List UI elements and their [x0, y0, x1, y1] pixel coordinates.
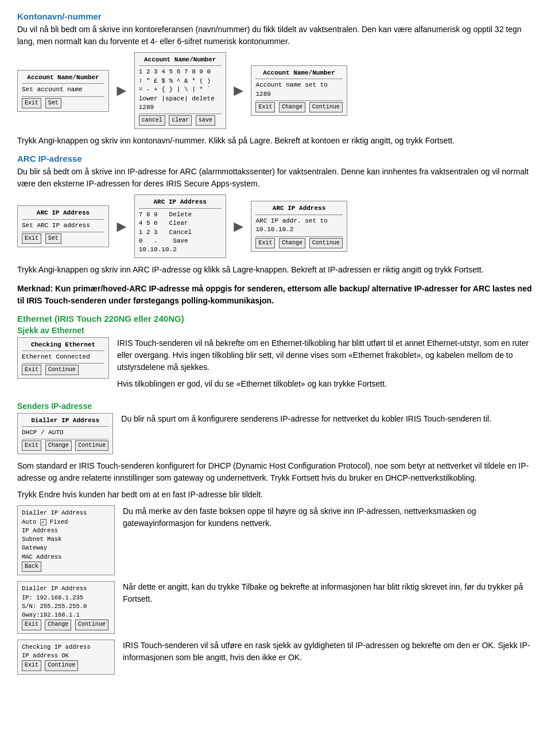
- account-screen-2-title: Account Name/Number: [139, 56, 222, 66]
- account-screen-2-row3: = - + { } | \ | * `: [139, 85, 222, 94]
- heading-ethernet: Ethernet (IRIS Touch 220NG eller 240NG): [17, 314, 534, 324]
- dhcp-para-2: Trykk Endre hvis kunden har bedt om at e…: [17, 489, 534, 501]
- dialler-s1-change: Change: [45, 441, 72, 451]
- arc-s1-exit: Exit: [22, 233, 41, 244]
- dialler-screen-1: Dialler IP Address DHCP / AUTO Exit Chan…: [17, 413, 113, 455]
- arc-screen-3-line2: 10.10.10.2: [255, 225, 342, 234]
- heading-arc-ip: ARC IP-adresse: [17, 154, 534, 163]
- section-merknad: Merknad: Kun primær/hoved-ARC IP-adresse…: [17, 283, 534, 307]
- dialler-screen1-section: Dialler IP Address DHCP / AUTO Exit Chan…: [17, 413, 534, 455]
- dialler-s2-auto-row: Auto ✓ Fixed: [22, 518, 110, 527]
- account-s2-save: save: [196, 115, 215, 126]
- arc-screen-2-row1: 7 8 9 Delete: [139, 211, 222, 219]
- checking-ip-col: Checking IP address IP address OK Exit C…: [17, 640, 115, 675]
- account-s2-clear: clear: [169, 115, 192, 126]
- arc-screen-2-row2: 4 5 6 Clear: [139, 219, 222, 228]
- ethernet-text-2: Hvis tilkoblingen er god, vil du se «Eth…: [117, 378, 534, 390]
- arc-screen-3: ARC IP Address ARC IP addr. set to 10.10…: [251, 201, 347, 251]
- dialler-screen1-col: Dialler IP Address DHCP / AUTO Exit Chan…: [17, 413, 113, 455]
- account-s1-set: Set: [45, 98, 61, 108]
- account-screen-3-buttons: Exit Change Continue: [255, 100, 342, 112]
- arc-screen-3-line1: ARC IP addr. set to: [255, 217, 342, 225]
- ethernet-text-1: IRIS Touch-senderen vil nå bekrefte om e…: [117, 337, 534, 373]
- dialler-s3-ip: IP: 192.168.1.235: [22, 594, 110, 602]
- checking-ip-section: Checking IP address IP address OK Exit C…: [17, 640, 534, 675]
- arc-s3-continue: Continue: [309, 238, 343, 248]
- arc-screen-2-title: ARC IP Address: [139, 198, 222, 208]
- dialler-screen3-col: Dialler IP Address IP: 192.168.1.235 S/N…: [17, 581, 115, 633]
- ethernet-screen-buttons: Exit Continue: [22, 363, 104, 375]
- arc-screen-1-buttons: Exit Set: [22, 232, 104, 244]
- heading-kontonavn: Kontonavn/-nummer: [17, 11, 534, 21]
- account-screen-3: Account Name/Number Account name set to …: [251, 65, 347, 116]
- dialler-screen2-col: Dialler IP Address Auto ✓ Fixed IP Addre…: [17, 505, 115, 575]
- account-screens-row: Account Name/Number Set account name Exi…: [17, 52, 534, 129]
- dialler-s1-continue: Continue: [75, 441, 108, 451]
- dialler-screen-1-line1: DHCP / AUTO: [22, 428, 108, 437]
- dialler-text-3: Når dette er angitt, kan du trykke Tilba…: [123, 581, 534, 605]
- ethernet-exit: Exit: [22, 365, 41, 375]
- dialler-s2-subnet: Subnet Mask: [22, 535, 110, 544]
- arc-s3-change: Change: [279, 238, 305, 248]
- arrow-2: ►: [231, 81, 247, 100]
- account-screen-2-row4: lower |space| delete: [139, 95, 222, 103]
- account-screen-1-buttons: Exit Set: [22, 96, 104, 108]
- arc-screen-2-value: 10.10.10.2: [139, 245, 222, 254]
- account-screen-1-title: Account Name/Number: [22, 73, 104, 84]
- account-s3-exit: Exit: [255, 102, 275, 112]
- dhcp-para-1: Som standard er IRIS Touch-senderen konf…: [17, 460, 534, 484]
- account-screen-3-line1: Account name set to: [255, 81, 342, 89]
- account-s3-continue: Continue: [309, 102, 343, 112]
- ethernet-screen-title: Checking Ethernet: [22, 341, 104, 351]
- checking-ip-text: IRIS Touch-senderen vil så utføre en ras…: [123, 640, 534, 664]
- section-arc-ip: ARC IP-adresse Du blir så bedt om å skri…: [17, 154, 534, 275]
- checking-ip-title: Checking IP address: [22, 643, 110, 652]
- dialler-screen-1-title: Dialler IP Address: [22, 416, 108, 427]
- dialler-text1-col: Du blir nå spurt om å konfigurere sender…: [121, 413, 534, 430]
- account-s3-change: Change: [279, 102, 305, 112]
- checking-ip-line1: IP address OK: [22, 652, 110, 660]
- ethernet-continue: Continue: [45, 365, 79, 375]
- account-screen-3-line2: 1289: [255, 90, 342, 99]
- account-screen-2-buttons: cancel clear save: [139, 114, 222, 126]
- checking-continue: Continue: [45, 660, 78, 671]
- dialler-screen-2: Dialler IP Address Auto ✓ Fixed IP Addre…: [17, 505, 115, 575]
- checking-ip-buttons: Exit Continue: [22, 660, 110, 671]
- dialler-screen-1-buttons: Exit Change Continue: [22, 439, 108, 451]
- section-kontonavn: Kontonavn/-nummer Du vil nå bli bedt om …: [17, 11, 534, 147]
- dialler-s3-buttons: Exit Change Continue: [22, 619, 110, 630]
- arc-after-text: Trykk Angi-knappen og skriv inn ARC IP-a…: [17, 264, 534, 276]
- dialler-screen2-section: Dialler IP Address Auto ✓ Fixed IP Addre…: [17, 505, 534, 575]
- dialler-text3-col: Når dette er angitt, kan du trykke Tilba…: [123, 581, 534, 610]
- arc-arrow-2: ►: [231, 217, 247, 236]
- dialler-text-2: Du må merke av den faste boksen oppe til…: [123, 505, 534, 529]
- arc-s1-set: Set: [45, 233, 61, 244]
- dialler-s3-sn: S/N: 255.255.255.0: [22, 602, 110, 611]
- arc-screen-2-row3: 1 2 3 Cancel: [139, 228, 222, 237]
- dialler-s3-gway: Gway:192.168.1.1: [22, 611, 110, 619]
- arc-screens-row: ARC IP Address Set ARC IP address Exit S…: [17, 194, 534, 258]
- ethernet-screen: Checking Ethernet Ethernet Connected Exi…: [17, 337, 109, 379]
- ethernet-screen-section: Checking Ethernet Ethernet Connected Exi…: [17, 337, 534, 395]
- arc-arrow-1: ►: [114, 217, 130, 236]
- dialler-screen3-section: Dialler IP Address IP: 192.168.1.235 S/N…: [17, 581, 534, 633]
- dialler-text2-col: Du må merke av den faste boksen oppe til…: [123, 505, 534, 534]
- account-screen-2-row2: ! " £ $ % ^ & * ( ): [139, 77, 222, 85]
- dialler-s2-ip: IP Address: [22, 527, 110, 535]
- account-screen-3-title: Account Name/Number: [255, 69, 342, 79]
- account-screen-1: Account Name/Number Set account name Exi…: [17, 70, 109, 112]
- arc-screen-2: ARC IP Address 7 8 9 Delete 4 5 6 Clear …: [134, 194, 226, 258]
- dialler-s2-back: Back: [22, 562, 110, 572]
- account-screen-1-line1: Set account name: [22, 85, 104, 94]
- arc-screen-2-row4: 0 . Save: [139, 237, 222, 245]
- account-screen-2-row1: 1 2 3 4 5 6 7 8 9 0: [139, 68, 222, 76]
- arc-screen-1-title: ARC IP Address: [22, 209, 104, 219]
- arrow-1: ►: [114, 81, 130, 100]
- account-after-text: Trykk Angi-knappen og skriv inn kontonav…: [17, 135, 534, 147]
- dialler-s3-change: Change: [45, 619, 71, 630]
- dialler-s2-mac: MAC Address: [22, 553, 110, 562]
- arc-s3-exit: Exit: [255, 238, 275, 248]
- dialler-screen-3-title: Dialler IP Address: [22, 584, 110, 593]
- account-s1-exit: Exit: [22, 98, 41, 108]
- section-senders-ip: Senders IP-adresse Dialler IP Address DH…: [17, 402, 534, 675]
